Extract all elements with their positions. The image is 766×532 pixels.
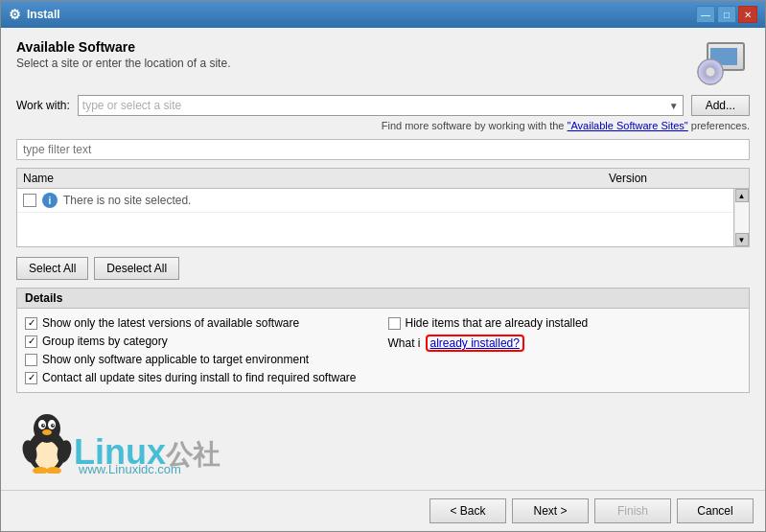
- option-row-5: Hide items that are already installed: [388, 316, 742, 330]
- maximize-button[interactable]: □: [717, 6, 736, 23]
- what-is-label: What i: [388, 336, 421, 350]
- select-all-button[interactable]: Select All: [16, 257, 88, 280]
- option-row-4: ✓ Contact all update sites during instal…: [25, 371, 379, 384]
- cancel-button[interactable]: Cancel: [677, 498, 754, 523]
- window-title: Install: [27, 8, 696, 21]
- work-with-row: Work with: type or select a site ▼ Add..…: [16, 95, 750, 116]
- close-button[interactable]: ✕: [738, 6, 757, 23]
- scrollbar-down-button[interactable]: ▼: [735, 233, 749, 246]
- title-bar-controls: — □ ✕: [696, 6, 757, 23]
- option-row-2: ✓ Group items by category: [25, 335, 379, 348]
- minimize-button[interactable]: —: [696, 6, 715, 23]
- checkmark-opt2: ✓: [28, 336, 35, 346]
- watermark-url: www.Linuxidc.com: [79, 462, 181, 476]
- option-label-4: Contact all update sites during install …: [42, 371, 357, 384]
- col-header-name: Name: [23, 172, 609, 185]
- option-label-5: Hide items that are already installed: [406, 316, 589, 330]
- title-bar: ⚙ Install — □ ✕: [1, 1, 765, 28]
- table-body: i There is no site selected.: [17, 189, 733, 246]
- software-table: Name Version i There is no site selected…: [16, 168, 750, 247]
- scrollbar: ▲ ▼: [733, 189, 749, 246]
- option-label-3: Show only software applicable to target …: [42, 353, 309, 366]
- info-icon: i: [42, 193, 58, 208]
- table-row: i There is no site selected.: [17, 189, 733, 213]
- checkbox-opt4[interactable]: ✓: [25, 372, 37, 384]
- scrollbar-track: [735, 202, 749, 233]
- header-icon-area: [692, 39, 750, 87]
- option-row-1: ✓ Show only the latest versions of avail…: [25, 316, 379, 330]
- watermark-area: Linux公社 www.Linuxidc.com: [16, 401, 750, 478]
- bottom-bar: < Back Next > Finish Cancel: [1, 490, 765, 531]
- checkmark-opt4: ✓: [28, 373, 35, 382]
- checkmark-opt1: ✓: [28, 318, 35, 328]
- checkbox-opt2[interactable]: ✓: [25, 335, 37, 348]
- svg-point-1: [35, 441, 59, 470]
- checkbox-opt1[interactable]: ✓: [25, 317, 37, 330]
- details-header: Details: [17, 289, 749, 309]
- add-button[interactable]: Add...: [691, 95, 750, 116]
- what-is-row: What i already installed?: [388, 335, 742, 352]
- details-left: ✓ Show only the latest versions of avail…: [25, 316, 379, 384]
- dropdown-arrow-icon: ▼: [669, 101, 679, 111]
- section-title: Available Software: [16, 39, 230, 55]
- option-row-3: Show only software applicable to target …: [25, 353, 379, 366]
- svg-point-7: [43, 425, 45, 427]
- window-icon: ⚙: [9, 7, 21, 22]
- table-header: Name Version: [17, 169, 749, 189]
- section-subtitle: Select a site or enter the location of a…: [16, 57, 230, 70]
- table-body-area: i There is no site selected. ▲ ▼: [17, 189, 749, 246]
- details-section: Details ✓ Show only the latest versions …: [16, 288, 750, 393]
- selection-buttons: Select All Deselect All: [16, 257, 750, 280]
- software-sites-row: Find more software by working with the "…: [16, 120, 750, 131]
- install-window: ⚙ Install — □ ✕ Available Software Selec…: [0, 0, 766, 532]
- cd-disc-icon: [697, 58, 724, 85]
- details-content: ✓ Show only the latest versions of avail…: [17, 309, 749, 392]
- software-sites-text: Find more software by working with the: [382, 120, 568, 131]
- option-label-1: Show only the latest versions of availab…: [42, 316, 299, 330]
- deselect-all-button[interactable]: Deselect All: [94, 257, 179, 280]
- svg-point-9: [42, 429, 52, 435]
- header-text: Available Software Select a site or ente…: [16, 39, 230, 70]
- scrollbar-up-button[interactable]: ▲: [735, 189, 749, 202]
- checkbox-opt5[interactable]: [388, 317, 401, 330]
- disk-icon: [697, 42, 745, 85]
- header-section: Available Software Select a site or ente…: [16, 39, 750, 87]
- already-installed-link[interactable]: already installed?: [426, 335, 524, 352]
- main-content: Available Software Select a site or ente…: [1, 28, 765, 490]
- next-button[interactable]: Next >: [512, 498, 589, 523]
- row-checkbox[interactable]: [23, 194, 36, 207]
- svg-point-2: [34, 414, 60, 443]
- software-sites-link[interactable]: "Available Software Sites": [568, 120, 688, 131]
- row-text: There is no site selected.: [63, 194, 191, 207]
- finish-button[interactable]: Finish: [594, 498, 671, 523]
- site-dropdown[interactable]: type or select a site ▼: [78, 95, 684, 116]
- software-sites-suffix: preferences.: [691, 120, 750, 131]
- option-label-2: Group items by category: [42, 335, 168, 348]
- svg-point-8: [53, 425, 55, 427]
- checkbox-opt3[interactable]: [25, 354, 37, 366]
- site-dropdown-value: type or select a site: [82, 99, 181, 112]
- filter-input[interactable]: [16, 139, 750, 160]
- tux-logo: [21, 411, 74, 474]
- col-header-version: Version: [609, 172, 743, 185]
- work-with-label: Work with:: [16, 99, 70, 112]
- back-button[interactable]: < Back: [429, 498, 506, 523]
- details-right: Hide items that are already installed Wh…: [379, 316, 742, 384]
